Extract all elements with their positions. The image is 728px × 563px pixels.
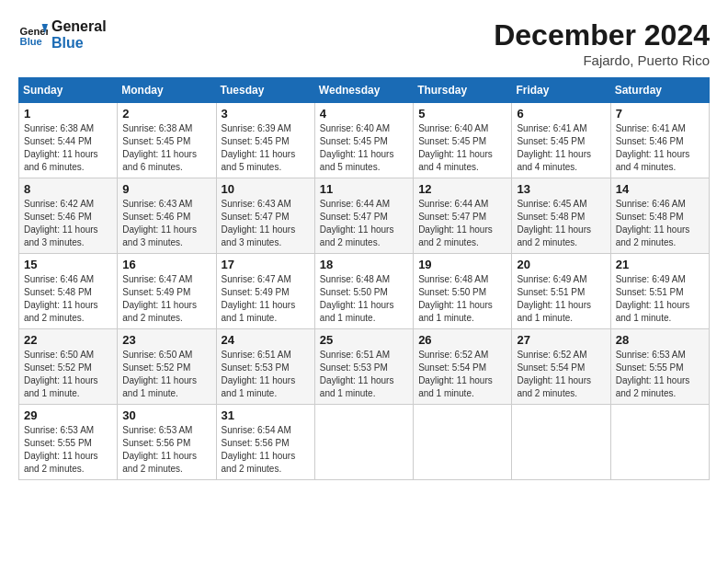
day-number: 2	[122, 107, 210, 121]
calendar-cell: 15 Sunrise: 6:46 AM Sunset: 5:48 PM Dayl…	[19, 254, 118, 329]
calendar-cell: 20 Sunrise: 6:49 AM Sunset: 5:51 PM Dayl…	[512, 254, 610, 329]
calendar-week-row: 29 Sunrise: 6:53 AM Sunset: 5:55 PM Dayl…	[19, 405, 710, 480]
day-info: Sunrise: 6:54 AM Sunset: 5:56 PM Dayligh…	[222, 424, 310, 476]
day-number: 24	[222, 333, 310, 347]
weekday-header: Tuesday	[216, 78, 314, 103]
day-number: 19	[418, 258, 506, 271]
calendar-header-row: SundayMondayTuesdayWednesdayThursdayFrid…	[19, 78, 710, 103]
day-info: Sunrise: 6:49 AM Sunset: 5:51 PM Dayligh…	[517, 273, 605, 325]
day-info: Sunrise: 6:48 AM Sunset: 5:50 PM Dayligh…	[418, 273, 506, 325]
weekday-header: Saturday	[610, 78, 709, 103]
day-info: Sunrise: 6:53 AM Sunset: 5:55 PM Dayligh…	[616, 349, 704, 400]
calendar-week-row: 1 Sunrise: 6:38 AM Sunset: 5:44 PM Dayli…	[19, 103, 710, 178]
calendar-cell: 29 Sunrise: 6:53 AM Sunset: 5:55 PM Dayl…	[19, 405, 118, 480]
day-info: Sunrise: 6:52 AM Sunset: 5:54 PM Dayligh…	[517, 349, 605, 400]
calendar-cell: 30 Sunrise: 6:53 AM Sunset: 5:56 PM Dayl…	[118, 405, 216, 480]
day-number: 11	[320, 182, 408, 196]
weekday-header: Monday	[118, 78, 216, 103]
header: General Blue General Blue December 2024 …	[18, 18, 710, 68]
day-number: 26	[418, 333, 506, 347]
calendar-cell: 13 Sunrise: 6:45 AM Sunset: 5:48 PM Dayl…	[512, 178, 610, 254]
calendar-cell: 6 Sunrise: 6:41 AM Sunset: 5:45 PM Dayli…	[512, 103, 610, 178]
calendar-week-row: 8 Sunrise: 6:42 AM Sunset: 5:46 PM Dayli…	[19, 178, 710, 254]
calendar-cell: 21 Sunrise: 6:49 AM Sunset: 5:51 PM Dayl…	[610, 254, 709, 329]
day-info: Sunrise: 6:44 AM Sunset: 5:47 PM Dayligh…	[418, 198, 506, 249]
day-info: Sunrise: 6:45 AM Sunset: 5:48 PM Dayligh…	[517, 198, 605, 249]
calendar-cell: 1 Sunrise: 6:38 AM Sunset: 5:44 PM Dayli…	[19, 103, 118, 178]
calendar-cell: 25 Sunrise: 6:51 AM Sunset: 5:53 PM Dayl…	[314, 329, 413, 405]
day-info: Sunrise: 6:41 AM Sunset: 5:45 PM Dayligh…	[517, 122, 605, 174]
calendar-cell	[512, 405, 610, 480]
day-info: Sunrise: 6:52 AM Sunset: 5:54 PM Dayligh…	[418, 349, 506, 400]
calendar-cell: 26 Sunrise: 6:52 AM Sunset: 5:54 PM Dayl…	[414, 329, 512, 405]
day-info: Sunrise: 6:43 AM Sunset: 5:46 PM Dayligh…	[122, 198, 210, 249]
day-number: 28	[616, 333, 704, 347]
calendar-cell: 7 Sunrise: 6:41 AM Sunset: 5:46 PM Dayli…	[610, 103, 709, 178]
day-number: 10	[222, 182, 310, 196]
day-info: Sunrise: 6:40 AM Sunset: 5:45 PM Dayligh…	[320, 122, 408, 174]
day-number: 3	[222, 107, 310, 121]
day-info: Sunrise: 6:46 AM Sunset: 5:48 PM Dayligh…	[24, 273, 112, 325]
title-section: December 2024 Fajardo, Puerto Rico	[494, 18, 710, 68]
calendar-cell: 10 Sunrise: 6:43 AM Sunset: 5:47 PM Dayl…	[216, 178, 314, 254]
logo-general: General	[51, 18, 107, 35]
calendar-week-row: 22 Sunrise: 6:50 AM Sunset: 5:52 PM Dayl…	[19, 329, 710, 405]
day-info: Sunrise: 6:43 AM Sunset: 5:47 PM Dayligh…	[222, 198, 310, 249]
day-info: Sunrise: 6:53 AM Sunset: 5:56 PM Dayligh…	[122, 424, 210, 476]
day-info: Sunrise: 6:47 AM Sunset: 5:49 PM Dayligh…	[222, 273, 310, 325]
calendar-cell: 8 Sunrise: 6:42 AM Sunset: 5:46 PM Dayli…	[19, 178, 118, 254]
day-number: 30	[122, 408, 210, 422]
logo: General Blue General Blue	[18, 18, 107, 52]
day-number: 12	[418, 182, 506, 196]
day-info: Sunrise: 6:39 AM Sunset: 5:45 PM Dayligh…	[222, 122, 310, 174]
logo-blue: Blue	[51, 35, 107, 52]
calendar-cell: 4 Sunrise: 6:40 AM Sunset: 5:45 PM Dayli…	[314, 103, 413, 178]
day-info: Sunrise: 6:50 AM Sunset: 5:52 PM Dayligh…	[24, 349, 112, 400]
day-info: Sunrise: 6:51 AM Sunset: 5:53 PM Dayligh…	[222, 349, 310, 400]
weekday-header: Wednesday	[314, 78, 413, 103]
day-info: Sunrise: 6:49 AM Sunset: 5:51 PM Dayligh…	[616, 273, 704, 325]
calendar-cell: 27 Sunrise: 6:52 AM Sunset: 5:54 PM Dayl…	[512, 329, 610, 405]
day-number: 21	[616, 258, 704, 271]
day-number: 8	[24, 182, 112, 196]
location: Fajardo, Puerto Rico	[494, 52, 710, 68]
day-info: Sunrise: 6:42 AM Sunset: 5:46 PM Dayligh…	[24, 198, 112, 249]
calendar-cell: 9 Sunrise: 6:43 AM Sunset: 5:46 PM Dayli…	[118, 178, 216, 254]
calendar-cell	[314, 405, 413, 480]
svg-text:Blue: Blue	[20, 36, 42, 47]
day-info: Sunrise: 6:47 AM Sunset: 5:49 PM Dayligh…	[122, 273, 210, 325]
day-info: Sunrise: 6:48 AM Sunset: 5:50 PM Dayligh…	[320, 273, 408, 325]
day-info: Sunrise: 6:38 AM Sunset: 5:45 PM Dayligh…	[122, 122, 210, 174]
day-number: 27	[517, 333, 605, 347]
day-number: 5	[418, 107, 506, 121]
day-number: 31	[222, 408, 310, 422]
calendar-cell: 16 Sunrise: 6:47 AM Sunset: 5:49 PM Dayl…	[118, 254, 216, 329]
calendar-cell: 12 Sunrise: 6:44 AM Sunset: 5:47 PM Dayl…	[414, 178, 512, 254]
calendar-cell: 17 Sunrise: 6:47 AM Sunset: 5:49 PM Dayl…	[216, 254, 314, 329]
day-number: 17	[222, 258, 310, 271]
day-number: 29	[24, 408, 112, 422]
day-number: 22	[24, 333, 112, 347]
calendar-cell: 24 Sunrise: 6:51 AM Sunset: 5:53 PM Dayl…	[216, 329, 314, 405]
day-number: 15	[24, 258, 112, 271]
day-number: 1	[24, 107, 112, 121]
day-info: Sunrise: 6:46 AM Sunset: 5:48 PM Dayligh…	[616, 198, 704, 249]
weekday-header: Thursday	[414, 78, 512, 103]
calendar-cell	[610, 405, 709, 480]
day-info: Sunrise: 6:50 AM Sunset: 5:52 PM Dayligh…	[122, 349, 210, 400]
calendar-cell: 3 Sunrise: 6:39 AM Sunset: 5:45 PM Dayli…	[216, 103, 314, 178]
day-info: Sunrise: 6:53 AM Sunset: 5:55 PM Dayligh…	[24, 424, 112, 476]
day-info: Sunrise: 6:38 AM Sunset: 5:44 PM Dayligh…	[24, 122, 112, 174]
day-number: 14	[616, 182, 704, 196]
day-number: 7	[616, 107, 704, 121]
calendar-cell: 11 Sunrise: 6:44 AM Sunset: 5:47 PM Dayl…	[314, 178, 413, 254]
calendar-cell: 31 Sunrise: 6:54 AM Sunset: 5:56 PM Dayl…	[216, 405, 314, 480]
day-info: Sunrise: 6:40 AM Sunset: 5:45 PM Dayligh…	[418, 122, 506, 174]
calendar: SundayMondayTuesdayWednesdayThursdayFrid…	[18, 77, 710, 480]
day-number: 25	[320, 333, 408, 347]
weekday-header: Sunday	[19, 78, 118, 103]
calendar-cell: 2 Sunrise: 6:38 AM Sunset: 5:45 PM Dayli…	[118, 103, 216, 178]
day-number: 13	[517, 182, 605, 196]
day-info: Sunrise: 6:41 AM Sunset: 5:46 PM Dayligh…	[616, 122, 704, 174]
day-info: Sunrise: 6:44 AM Sunset: 5:47 PM Dayligh…	[320, 198, 408, 249]
